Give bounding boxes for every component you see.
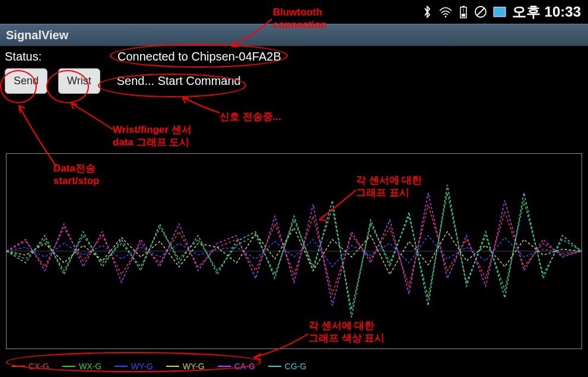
no-entry-icon: [474, 5, 487, 18]
wrist-button[interactable]: Wrist: [58, 68, 100, 94]
signal-chart-svg: [7, 154, 581, 349]
svg-point-0: [445, 16, 447, 18]
legend-swatch: [268, 366, 281, 367]
legend-swatch: [166, 366, 179, 367]
command-text: Send... Start Command: [117, 74, 241, 88]
buttons-row: Send Wrist Send... Start Command: [0, 66, 588, 96]
legend-swatch: [115, 366, 128, 367]
svg-rect-7: [494, 7, 506, 17]
legend-item-0: CX-G: [12, 362, 49, 371]
android-statusbar: ! 오후 10:33: [0, 0, 588, 24]
legend-item-5: CG-G: [268, 362, 307, 371]
status-value: Connected to Chipsen-04FA2B: [117, 50, 281, 64]
svg-rect-2: [462, 6, 465, 7]
content-area: Status: Connected to Chipsen-04FA2B Send…: [0, 46, 588, 377]
legend-swatch: [218, 366, 231, 367]
legend-label: WX-G: [79, 362, 101, 371]
status-label: Status:: [5, 50, 58, 64]
signal-chart: [6, 153, 582, 349]
legend-label: WY-G: [183, 362, 205, 371]
anno-arrow-wristfinger: [65, 100, 119, 135]
legend-item-2: WY-G: [115, 362, 153, 371]
legend-item-1: WX-G: [62, 362, 101, 371]
send-button[interactable]: Send: [5, 68, 47, 94]
legend-label: CG-G: [285, 362, 307, 371]
app-square-icon: [493, 7, 506, 17]
bluetooth-icon: [422, 5, 433, 18]
anno-arrow-sending: [178, 95, 225, 119]
anno-label-sending: 신호 전송중...: [220, 110, 281, 123]
legend-item-4: CA-G: [218, 362, 255, 371]
app-title: SignalView: [6, 28, 68, 42]
anno-label-wristfinger: Wrist/finger 센서 data 그래프 도시: [113, 123, 192, 149]
chart-legend: CX-GWX-GWY-GWY-GCA-GCG-G: [12, 362, 306, 371]
status-row: Status: Connected to Chipsen-04FA2B: [0, 46, 588, 66]
legend-label: WY-G: [131, 362, 153, 371]
battery-icon: !: [459, 5, 468, 18]
statusbar-time: 오후 10:33: [512, 2, 581, 21]
wifi-icon: [438, 6, 453, 18]
legend-swatch: [62, 366, 75, 367]
legend-item-3: WY-G: [166, 362, 205, 371]
legend-swatch: [12, 366, 25, 367]
legend-label: CX-G: [28, 362, 49, 371]
legend-label: CA-G: [234, 362, 255, 371]
svg-line-6: [477, 8, 484, 15]
app-titlebar: SignalView: [0, 24, 588, 46]
svg-text:!: !: [463, 8, 465, 14]
svg-rect-3: [462, 14, 465, 17]
